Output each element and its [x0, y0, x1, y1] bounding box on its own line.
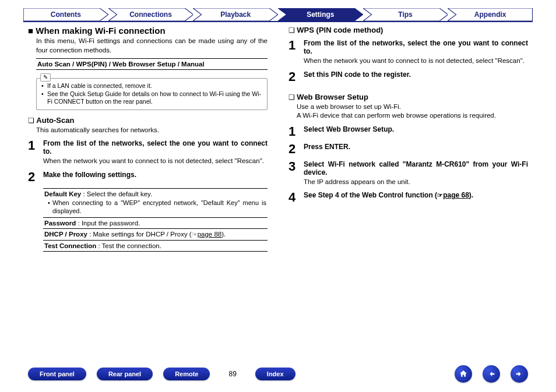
tab-label: Playback — [193, 8, 278, 21]
tab-appendix[interactable]: Appendix — [448, 8, 533, 21]
note-item: If a LAN cable is connected, remove it. — [41, 82, 262, 90]
tab-playback[interactable]: Playback — [193, 8, 278, 21]
tab-label: Appendix — [448, 8, 533, 21]
page-content: When making Wi-Fi connection In this men… — [0, 22, 556, 252]
tab-contents[interactable]: Contents — [23, 8, 108, 21]
top-nav: Contents Connections Playback Settings T… — [0, 0, 556, 21]
step-number: 2 — [288, 143, 299, 156]
main-desc: In this menu, Wi-Fi settings and connect… — [28, 37, 268, 55]
step-title: Select Web Browser Setup. — [304, 125, 528, 133]
pointer-icon: ☞ — [192, 231, 198, 238]
rear-panel-button[interactable]: Rear panel — [97, 368, 153, 380]
tab-settings[interactable]: Settings — [278, 8, 363, 21]
tab-label: Connections — [108, 8, 193, 21]
step-2: 2 Make the following settings. — [28, 171, 268, 183]
tab-connections[interactable]: Connections — [108, 8, 193, 21]
pointer-icon: ☞ — [437, 192, 443, 199]
web-step-3: 3 Select Wi-Fi network called "Marantz M… — [288, 160, 528, 187]
page-number: 89 — [228, 370, 236, 378]
setting-row-password: Password : Input the password. — [43, 218, 268, 229]
right-column: WPS (PIN code method) 1 From the list of… — [288, 26, 528, 252]
home-icon — [459, 369, 468, 379]
prev-button[interactable] — [483, 365, 500, 383]
arrow-right-icon — [515, 369, 524, 379]
step-number: 2 — [288, 70, 299, 83]
step-number: 2 — [28, 171, 38, 183]
step-title: Select Wi-Fi network called "Marantz M-C… — [304, 160, 528, 176]
left-column: When making Wi-Fi connection In this men… — [28, 26, 268, 252]
autoscan-desc: This automatically searches for networks… — [28, 126, 268, 135]
step-title: Set this PIN code to the register. — [304, 70, 528, 79]
page-link[interactable]: page 88 — [198, 231, 222, 238]
index-button[interactable]: Index — [255, 368, 295, 380]
web-desc: Use a web browser to set up Wi-Fi. — [288, 103, 528, 112]
next-button[interactable] — [511, 365, 528, 383]
home-button[interactable] — [455, 365, 472, 383]
step-title: From the list of the networks, select th… — [304, 39, 528, 55]
web-step-2: 2 Press ENTER. — [288, 143, 528, 156]
pencil-icon: ✎ — [40, 73, 51, 82]
tab-label: Contents — [23, 8, 108, 21]
note-item: See the Quick Setup Guide for details on… — [41, 90, 262, 106]
tab-label: Tips — [363, 8, 448, 21]
settings-table: Default Key : Select the default key. Wh… — [43, 188, 268, 252]
wps-step-2: 2 Set this PIN code to the register. — [288, 70, 528, 83]
web-step-4: 4 See Step 4 of the Web Control function… — [288, 191, 528, 204]
step-number: 3 — [288, 160, 299, 187]
step-title: From the list of the networks, select th… — [43, 139, 268, 156]
tab-tips[interactable]: Tips — [363, 8, 448, 21]
remote-button[interactable]: Remote — [163, 368, 210, 380]
heading-webbrowser: Web Browser Setup — [288, 93, 528, 101]
step-desc: When the network you want to connect to … — [43, 157, 268, 166]
step-title: See Step 4 of the Web Control function (… — [304, 191, 528, 199]
step-title: Make the following settings. — [43, 171, 268, 179]
step-number: 1 — [28, 139, 38, 166]
step-title: Press ENTER. — [304, 143, 528, 151]
front-panel-button[interactable]: Front panel — [28, 368, 86, 380]
step-number: 1 — [288, 39, 299, 66]
tab-label: Settings — [278, 8, 363, 21]
web-desc: A Wi-Fi device that can perform web brow… — [288, 111, 528, 121]
heading-autoscan: Auto-Scan — [28, 116, 268, 125]
heading-wps: WPS (PIN code method) — [288, 26, 528, 34]
step-1: 1 From the list of the networks, select … — [28, 139, 268, 166]
setting-row-test: Test Connection : Test the connection. — [43, 241, 268, 252]
web-step-1: 1 Select Web Browser Setup. — [288, 125, 528, 138]
heading-main: When making Wi-Fi connection — [28, 26, 268, 36]
step-desc: When the network you want to connect to … — [304, 56, 528, 66]
page-link[interactable]: page 68 — [443, 191, 469, 199]
note-box: ✎ If a LAN cable is connected, remove it… — [36, 78, 268, 110]
step-number: 1 — [288, 125, 299, 138]
bottom-bar: Front panel Rear panel Remote 89 Index — [0, 365, 556, 383]
setting-row-defaultkey: Default Key : Select the default key. Wh… — [43, 189, 268, 218]
wps-step-1: 1 From the list of the networks, select … — [288, 39, 528, 66]
step-number: 4 — [288, 191, 299, 204]
setting-row-dhcp: DHCP / Proxy : Make settings for DHCP / … — [43, 229, 268, 241]
arrow-left-icon — [487, 369, 496, 379]
methods-list: Auto Scan / WPS(PIN) / Web Browser Setup… — [36, 58, 268, 70]
setting-note: When connecting to a "WEP" encrypted net… — [48, 199, 266, 216]
step-desc: The IP address appears on the unit. — [304, 178, 528, 187]
